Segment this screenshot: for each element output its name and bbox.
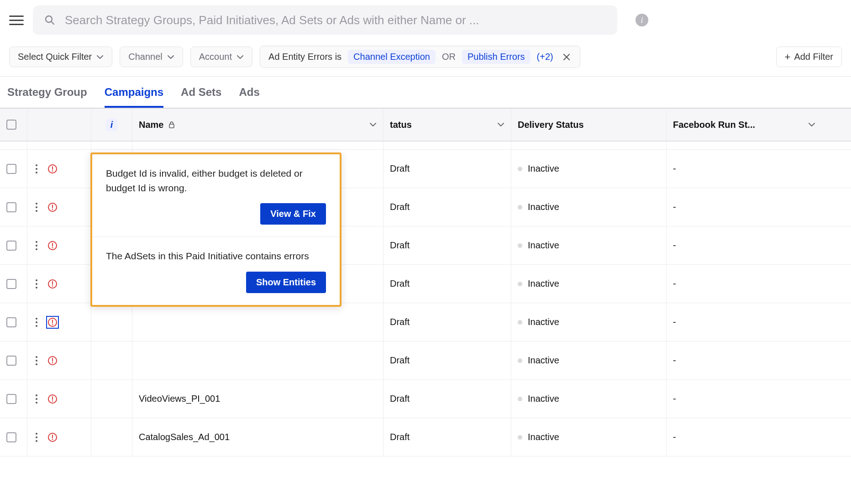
status-cell: Draft bbox=[383, 150, 511, 188]
row-name: CatalogSales_Ad_001 bbox=[139, 432, 230, 442]
kebab-menu-icon[interactable] bbox=[34, 163, 39, 175]
chevron-down-icon[interactable] bbox=[369, 121, 377, 128]
row-checkbox[interactable] bbox=[6, 202, 16, 212]
select-all-checkbox[interactable] bbox=[6, 120, 16, 130]
search-icon bbox=[44, 14, 56, 26]
popover-section-budget: Budget Id is invalid, either budget is d… bbox=[92, 154, 340, 236]
name-cell[interactable]: VideoViews_PI_001 bbox=[132, 380, 383, 418]
tab-strategy-group[interactable]: Strategy Group bbox=[7, 86, 87, 108]
header-status-cell[interactable]: tatus bbox=[383, 109, 511, 141]
filter-row: Select Quick Filter Channel Account Ad E… bbox=[0, 43, 851, 76]
quick-filter-button[interactable]: Select Quick Filter bbox=[9, 47, 112, 67]
status-dot-icon bbox=[518, 397, 522, 401]
row-checkbox[interactable] bbox=[6, 394, 16, 404]
row-checkbox[interactable] bbox=[6, 279, 16, 289]
search-input[interactable] bbox=[65, 13, 606, 27]
actions-cell bbox=[27, 341, 91, 379]
row-delivery: Inactive bbox=[528, 394, 559, 404]
kebab-menu-icon[interactable] bbox=[34, 354, 39, 367]
info-cell bbox=[91, 303, 132, 341]
status-cell: Draft bbox=[383, 380, 511, 418]
error-icon[interactable] bbox=[47, 317, 58, 327]
row-fb-status: - bbox=[673, 202, 676, 212]
delivery-cell: Inactive bbox=[511, 188, 667, 226]
row-fb-status: - bbox=[673, 432, 676, 442]
error-icon[interactable] bbox=[47, 356, 58, 366]
delivery-cell: Inactive bbox=[511, 226, 667, 264]
row-checkbox[interactable] bbox=[6, 432, 16, 442]
tab-ads[interactable]: Ads bbox=[239, 86, 259, 108]
header-checkbox-cell bbox=[0, 109, 27, 141]
view-and-fix-button[interactable]: View & Fix bbox=[260, 203, 326, 225]
header-actions-cell bbox=[27, 109, 91, 141]
kebab-menu-icon[interactable] bbox=[34, 393, 39, 405]
row-delivery: Inactive bbox=[528, 163, 559, 174]
error-icon[interactable] bbox=[47, 432, 58, 442]
fb-run-status-cell: - bbox=[667, 341, 822, 379]
chevron-down-icon bbox=[236, 53, 244, 61]
kebab-menu-icon[interactable] bbox=[34, 278, 39, 290]
name-cell[interactable] bbox=[132, 303, 383, 341]
row-delivery: Inactive bbox=[528, 278, 559, 289]
error-icon[interactable] bbox=[47, 164, 58, 174]
row-checkbox[interactable] bbox=[6, 164, 16, 174]
account-filter-button[interactable]: Account bbox=[190, 47, 252, 67]
info-column-badge: i bbox=[106, 119, 118, 131]
name-cell[interactable]: CatalogSales_Ad_001 bbox=[132, 418, 383, 456]
kebab-menu-icon[interactable] bbox=[34, 201, 39, 214]
delivery-cell: Inactive bbox=[511, 265, 667, 303]
chip-publish-errors[interactable]: Publish Errors bbox=[462, 50, 531, 64]
chevron-down-icon[interactable] bbox=[497, 121, 504, 128]
delivery-cell: Inactive bbox=[511, 341, 667, 379]
show-entities-button[interactable]: Show Entities bbox=[246, 272, 326, 293]
status-cell: Draft bbox=[383, 188, 511, 226]
error-icon[interactable] bbox=[47, 279, 58, 289]
popover-section-adsets: The AdSets in this Paid Initiative conta… bbox=[92, 237, 340, 305]
header-delivery-cell[interactable]: Delivery Status bbox=[511, 109, 667, 141]
row-fb-status: - bbox=[673, 317, 676, 327]
quick-filter-label: Select Quick Filter bbox=[18, 52, 92, 62]
delivery-cell: Inactive bbox=[511, 150, 667, 188]
tab-ad-sets[interactable]: Ad Sets bbox=[181, 86, 221, 108]
error-icon[interactable] bbox=[47, 202, 58, 212]
kebab-menu-icon[interactable] bbox=[34, 316, 39, 329]
error-icon[interactable] bbox=[47, 394, 58, 404]
header-fb-run-status-cell[interactable]: Facebook Run St... bbox=[667, 109, 822, 141]
clear-filter-icon[interactable] bbox=[560, 53, 573, 61]
status-cell: Draft bbox=[383, 303, 511, 341]
fb-run-status-cell: - bbox=[667, 418, 822, 456]
info-icon[interactable] bbox=[636, 14, 648, 26]
name-cell[interactable] bbox=[132, 341, 383, 379]
chip-channel-exception[interactable]: Channel Exception bbox=[348, 50, 436, 64]
chip-more-count[interactable]: (+2) bbox=[535, 52, 555, 62]
header-info-cell: i bbox=[91, 109, 132, 141]
status-cell: Draft bbox=[383, 418, 511, 456]
row-status: Draft bbox=[390, 317, 410, 327]
popover-budget-message: Budget Id is invalid, either budget is d… bbox=[106, 166, 326, 195]
add-filter-label: Add Filter bbox=[794, 52, 833, 62]
kebab-menu-icon[interactable] bbox=[34, 431, 39, 444]
popover-adsets-message: The AdSets in this Paid Initiative conta… bbox=[106, 249, 326, 263]
menu-hamburger-icon[interactable] bbox=[9, 14, 24, 26]
table-row: VideoViews_PI_001DraftInactive- bbox=[0, 380, 851, 418]
status-dot-icon bbox=[518, 205, 522, 210]
info-cell bbox=[91, 341, 132, 379]
add-filter-button[interactable]: + Add Filter bbox=[776, 47, 842, 67]
lock-icon bbox=[168, 121, 175, 128]
row-checkbox[interactable] bbox=[6, 356, 16, 366]
status-dot-icon bbox=[518, 243, 522, 248]
kebab-menu-icon[interactable] bbox=[34, 239, 39, 252]
checkbox-cell bbox=[0, 150, 27, 188]
status-dot-icon bbox=[518, 282, 522, 286]
tab-campaigns[interactable]: Campaigns bbox=[105, 86, 163, 108]
row-checkbox[interactable] bbox=[6, 241, 16, 251]
chevron-down-icon[interactable] bbox=[808, 121, 815, 128]
channel-filter-button[interactable]: Channel bbox=[120, 47, 183, 67]
row-checkbox[interactable] bbox=[6, 317, 16, 327]
header-name-cell[interactable]: Name bbox=[132, 109, 383, 141]
header-fb-run-status-label: Facebook Run St... bbox=[673, 120, 755, 130]
campaigns-table: i Name tatus Delivery Status Facebook Ru… bbox=[0, 108, 851, 457]
table-row: CatalogSales_Ad_001DraftInactive- bbox=[0, 418, 851, 457]
entity-errors-filter[interactable]: Ad Entity Errors is Channel Exception OR… bbox=[260, 46, 580, 68]
error-icon[interactable] bbox=[47, 241, 58, 251]
